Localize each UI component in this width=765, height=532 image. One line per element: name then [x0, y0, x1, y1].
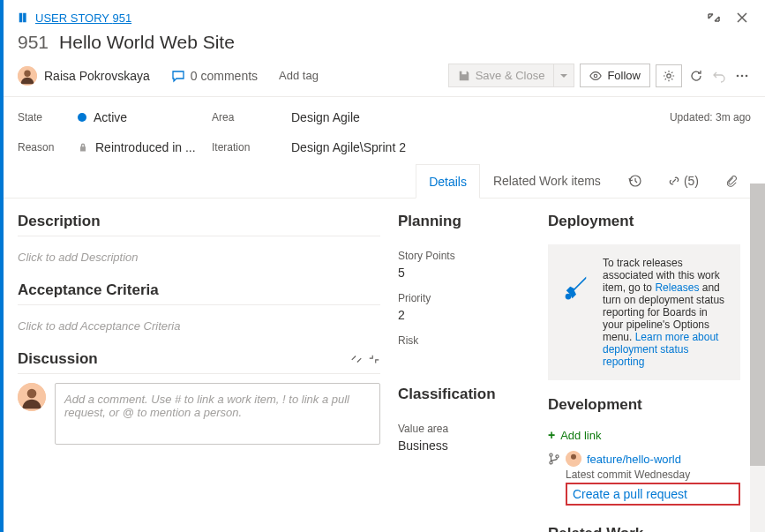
- tab-related[interactable]: Related Work items: [480, 164, 614, 198]
- valuearea-label: Value area: [398, 423, 530, 435]
- branch-link[interactable]: feature/hello-world: [587, 453, 681, 466]
- expand-icon[interactable]: [350, 353, 363, 365]
- collapse-icon[interactable]: [368, 353, 380, 365]
- svg-point-4: [737, 74, 739, 77]
- history-icon: [627, 174, 641, 188]
- lock-icon: [78, 142, 88, 153]
- valuearea-value[interactable]: Business: [398, 438, 530, 453]
- assignee-field[interactable]: Raisa Pokrovskaya: [18, 66, 150, 86]
- tab-links[interactable]: (5): [655, 164, 712, 198]
- svg-point-3: [667, 73, 671, 77]
- undo-icon: [712, 69, 726, 83]
- comments-count[interactable]: 0 comments: [171, 69, 258, 83]
- priority-value[interactable]: 2: [398, 308, 530, 322]
- scrollbar[interactable]: [750, 184, 765, 532]
- svg-point-9: [27, 389, 37, 399]
- comment-icon: [171, 69, 185, 83]
- iteration-value[interactable]: Design Agile\Sprint 2: [291, 140, 406, 154]
- releases-link[interactable]: Releases: [655, 281, 699, 294]
- priority-label: Priority: [398, 292, 530, 304]
- svg-point-1: [24, 70, 30, 76]
- settings-button[interactable]: [656, 64, 682, 87]
- planning-header: Planning: [398, 213, 530, 236]
- acceptance-field[interactable]: Click to add Acceptance Criteria: [18, 314, 380, 350]
- acceptance-header: Acceptance Criteria: [18, 281, 380, 305]
- assignee-name: Raisa Pokrovskaya: [44, 69, 150, 83]
- attachment-icon: [725, 175, 738, 187]
- reason-label: Reason: [18, 141, 62, 154]
- svg-point-12: [550, 461, 552, 464]
- description-header: Description: [18, 213, 380, 236]
- iteration-label: Iteration: [212, 141, 260, 154]
- avatar: [566, 451, 581, 467]
- updated-timestamp: Updated: 3m ago: [367, 111, 751, 124]
- breadcrumb-link[interactable]: USER STORY 951: [35, 11, 131, 25]
- storypoints-value[interactable]: 5: [398, 266, 530, 280]
- branch-icon: [548, 453, 560, 465]
- plus-icon: +: [548, 428, 555, 442]
- risk-label: Risk: [398, 334, 530, 347]
- more-actions-button[interactable]: [733, 67, 751, 85]
- svg-point-5: [741, 74, 744, 77]
- risk-value[interactable]: [398, 350, 530, 364]
- classification-header: Classification: [398, 386, 530, 408]
- chevron-down-icon[interactable]: [553, 64, 574, 87]
- save-icon: [458, 70, 470, 82]
- state-dot-icon: [78, 113, 86, 122]
- tab-history[interactable]: [614, 164, 655, 198]
- svg-point-10: [566, 294, 572, 300]
- state-label: State: [18, 111, 62, 124]
- avatar: [18, 383, 46, 411]
- undo-button[interactable]: [710, 67, 728, 85]
- tab-details[interactable]: Details: [416, 164, 480, 199]
- storypoints-label: Story Points: [398, 250, 530, 262]
- eye-icon: [589, 70, 602, 82]
- fullscreen-icon[interactable]: [705, 9, 723, 26]
- work-item-id: 951: [18, 32, 49, 53]
- svg-point-6: [746, 74, 748, 77]
- development-header: Development: [548, 396, 740, 419]
- create-pr-link[interactable]: Create a pull request: [573, 487, 687, 501]
- add-link-button[interactable]: +Add link: [548, 428, 740, 442]
- link-icon: [668, 175, 680, 187]
- work-item-title[interactable]: Hello World Web Site: [59, 32, 235, 53]
- comment-input[interactable]: Add a comment. Use # to link a work item…: [55, 383, 380, 445]
- area-value[interactable]: Design Agile: [291, 110, 360, 124]
- ellipsis-icon: [735, 69, 749, 83]
- svg-point-2: [595, 74, 598, 78]
- description-field[interactable]: Click to add Description: [18, 245, 380, 281]
- reason-value[interactable]: Reintroduced in ...: [95, 140, 196, 154]
- book-icon: [18, 11, 30, 24]
- svg-point-15: [571, 454, 576, 460]
- deployment-header: Deployment: [548, 213, 740, 236]
- save-close-button[interactable]: Save & Close: [448, 64, 575, 87]
- follow-button[interactable]: Follow: [580, 64, 650, 87]
- pipeline-icon: [560, 273, 592, 304]
- deployment-info: To track releases associated with this w…: [548, 244, 740, 380]
- svg-point-11: [550, 453, 552, 456]
- close-icon[interactable]: [733, 9, 751, 26]
- breadcrumb[interactable]: USER STORY 951: [18, 11, 131, 25]
- refresh-icon: [689, 69, 703, 83]
- tab-attachments[interactable]: [712, 164, 751, 198]
- discussion-header: Discussion: [18, 350, 380, 374]
- area-label: Area: [212, 111, 260, 124]
- commit-meta: Latest commit Wednesday: [566, 468, 740, 481]
- add-tag-button[interactable]: Add tag: [279, 69, 319, 82]
- state-value[interactable]: Active: [94, 110, 127, 124]
- svg-point-13: [556, 455, 559, 458]
- avatar: [18, 66, 37, 86]
- refresh-button[interactable]: [687, 67, 705, 85]
- gear-icon: [663, 70, 675, 82]
- related-work-header: Related Work: [548, 525, 740, 532]
